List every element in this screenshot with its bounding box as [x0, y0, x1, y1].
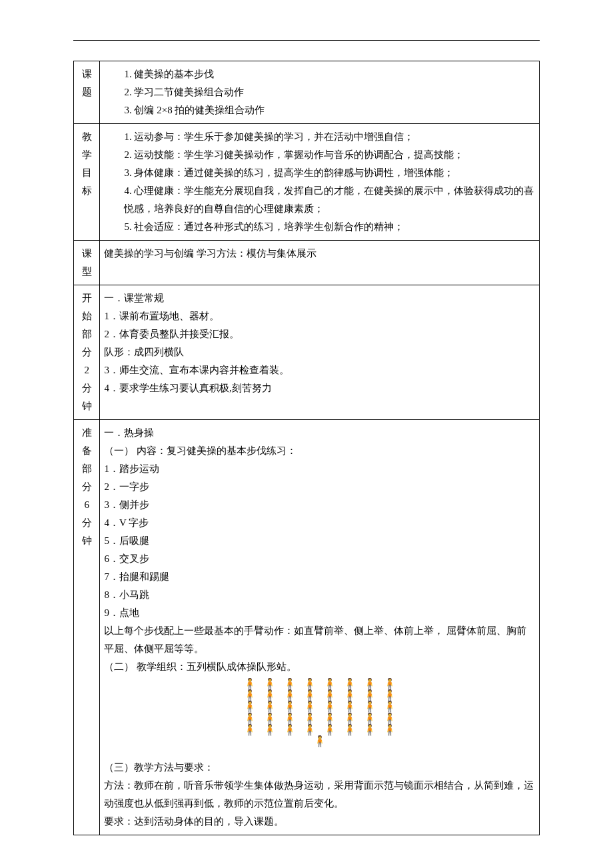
topic-item: 2. 学习二节健美操组合动作	[124, 83, 535, 101]
objective-item: 1. 运动参与：学生乐于参加健美操的学习，并在活动中增强自信；	[124, 128, 535, 146]
prep-step: 8．小马跳	[104, 586, 535, 604]
page: 课 题 1. 健美操的基本步伐 2. 学习二节健美操组合动作 3. 创编 2×8…	[0, 0, 613, 862]
content-start: 一．课堂常规 1．课前布置场地、器材。 2．体育委员整队并接受汇报。 队形：成四…	[100, 285, 540, 420]
objective-item: 5. 社会适应：通过各种形式的练习，培养学生创新合作的精神；	[124, 218, 535, 236]
formation-diagram: 🧍 🧍 🧍 🧍 🧍 🧍 🧍 🧍 🧍 🧍 🧍	[104, 679, 535, 751]
person-icon: 🧍	[343, 723, 356, 736]
person-icon: 🧍	[243, 723, 257, 736]
label-prep: 准 备 部 分 6 分 钟	[74, 420, 100, 835]
objective-item: 3. 身体健康：通过健美操的练习，提高学生的韵律感与协调性，增强体能；	[124, 164, 535, 182]
lesson-type-text: 健美操的学习与创编 学习方法：模仿与集体展示	[104, 248, 316, 259]
prep-sec2-title: （二） 教学组织：五列横队成体操队形站。	[104, 658, 535, 676]
prep-step: 5．后吸腿	[104, 532, 535, 550]
prep-requirement: 要求：达到活动身体的目的，导入课题。	[104, 813, 535, 831]
prep-step: 7．抬腿和踢腿	[104, 568, 535, 586]
objective-item: 2. 运动技能：学生学习健美操动作，掌握动作与音乐的协调配合，提高技能；	[124, 146, 535, 164]
person-icon: 🧍	[383, 723, 396, 736]
person-icon: 🧍	[313, 735, 326, 747]
prep-step: 3．侧并步	[104, 496, 535, 514]
label-topic: 课 题	[74, 61, 100, 124]
prep-step: 6．交叉步	[104, 550, 535, 568]
row-prep: 准 备 部 分 6 分 钟 一．热身操 （一） 内容：复习健美操的基本步伐练习：…	[74, 420, 540, 835]
prep-step: 2．一字步	[104, 478, 535, 496]
row-objectives: 教 学 目 标 1. 运动参与：学生乐于参加健美操的学习，并在活动中增强自信； …	[74, 124, 540, 241]
content-objectives: 1. 运动参与：学生乐于参加健美操的学习，并在活动中增强自信； 2. 运动技能：…	[100, 124, 540, 241]
content-lesson-type: 健美操的学习与创编 学习方法：模仿与集体展示	[100, 241, 540, 285]
lesson-plan-table: 课 题 1. 健美操的基本步伐 2. 学习二节健美操组合动作 3. 创编 2×8…	[73, 61, 540, 835]
person-icon: 🧍	[363, 723, 376, 736]
label-start: 开 始 部 分 2 分 钟	[74, 285, 100, 420]
start-line: 4．要求学生练习要认真积极,刻苦努力	[104, 379, 535, 397]
content-topic: 1. 健美操的基本步伐 2. 学习二节健美操组合动作 3. 创编 2×8 拍的健…	[100, 61, 540, 124]
prep-step: 9．点地	[104, 604, 535, 622]
content-prep: 一．热身操 （一） 内容：复习健美操的基本步伐练习： 1．踏步运动 2．一字步 …	[100, 420, 540, 835]
person-icon: 🧍	[263, 723, 277, 736]
start-line: 2．体育委员整队并接受汇报。	[104, 325, 535, 343]
prep-step: 4．V 字步	[104, 514, 535, 532]
row-lesson-type: 课 型 健美操的学习与创编 学习方法：模仿与集体展示	[74, 241, 540, 285]
top-rule	[73, 40, 540, 41]
label-lesson-type: 课 型	[74, 241, 100, 285]
spacer	[104, 753, 535, 759]
prep-heading: 一．热身操	[104, 424, 535, 442]
row-start: 开 始 部 分 2 分 钟 一．课堂常规 1．课前布置场地、器材。 2．体育委员…	[74, 285, 540, 420]
prep-sec3-title: （三）教学方法与要求：	[104, 759, 535, 777]
prep-method: 方法：教师在前，听音乐带领学生集体做热身运动，采用背面示范与镜面示相结合，从简到…	[104, 777, 535, 813]
prep-sec1-title: （一） 内容：复习健美操的基本步伐练习：	[104, 442, 535, 460]
objective-item: 4. 心理健康：学生能充分展现自我，发挥自己的才能，在健美操的展示中，体验获得成…	[124, 182, 535, 218]
start-line: 队形：成四列横队	[104, 343, 535, 361]
start-line: 1．课前布置场地、器材。	[104, 307, 535, 325]
topic-item: 1. 健美操的基本步伐	[124, 65, 535, 83]
formation-teacher-row: 🧍	[243, 735, 396, 747]
person-icon: 🧍	[283, 723, 297, 736]
start-heading: 一．课堂常规	[104, 289, 535, 307]
prep-steps-note: 以上每个步伐配上一些最基本的手臂动作：如直臂前举、侧上举、体前上举， 屈臂体前屈…	[104, 622, 535, 658]
row-topic: 课 题 1. 健美操的基本步伐 2. 学习二节健美操组合动作 3. 创编 2×8…	[74, 61, 540, 124]
label-objectives: 教 学 目 标	[74, 124, 100, 241]
start-line: 3．师生交流、宣布本课内容并检查着装。	[104, 361, 535, 379]
prep-step: 1．踏步运动	[104, 460, 535, 478]
topic-item: 3. 创编 2×8 拍的健美操组合动作	[124, 101, 535, 119]
